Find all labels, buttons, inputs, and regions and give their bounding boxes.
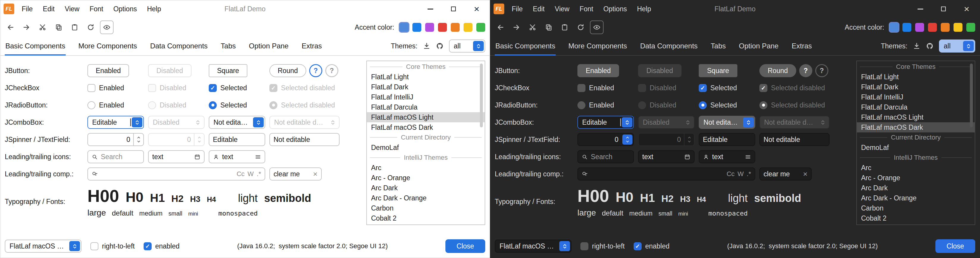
accent-swatch-yellow[interactable]	[463, 23, 473, 32]
accent-swatch-red[interactable]	[438, 23, 447, 32]
spinner-updown-icon[interactable]	[622, 135, 632, 145]
accent-swatch-default[interactable]	[889, 23, 899, 32]
forward-button[interactable]	[510, 21, 523, 34]
close-window-button[interactable]: ×	[955, 0, 978, 18]
menu-icon[interactable]	[745, 154, 751, 160]
calendar-icon[interactable]	[194, 154, 200, 160]
checkbox-selected[interactable]: Selected	[209, 84, 247, 92]
tab-more-components[interactable]: More Components	[78, 36, 137, 55]
accent-swatch-red[interactable]	[928, 23, 937, 32]
minimize-button[interactable]	[418, 0, 442, 18]
search-dropdown-icon[interactable]	[92, 171, 98, 177]
github-button[interactable]	[926, 42, 934, 50]
theme-item[interactable]: Cobalt 2	[367, 213, 485, 223]
enabled-button[interactable]: Enabled	[88, 64, 129, 77]
paste-button[interactable]	[558, 21, 571, 34]
menu-options[interactable]: Options	[108, 0, 142, 18]
accent-swatch-green[interactable]	[476, 23, 485, 32]
textfield-editable[interactable]: Editable	[699, 133, 755, 146]
search-field[interactable]: Search	[88, 150, 144, 163]
tab-tabs[interactable]: Tabs	[710, 36, 726, 55]
theme-item[interactable]: FlatLaf Darcula	[857, 102, 975, 112]
themes-filter-combo[interactable]: all	[939, 40, 975, 52]
menu-help[interactable]: Help	[142, 0, 166, 18]
accent-swatch-blue[interactable]	[412, 23, 421, 32]
back-button[interactable]	[3, 21, 17, 34]
accent-swatch-orange[interactable]	[941, 23, 950, 32]
accent-swatch-purple[interactable]	[915, 23, 924, 32]
theme-item[interactable]: Carbon	[367, 203, 485, 213]
minimize-button[interactable]	[908, 0, 932, 18]
theme-item[interactable]: FlatLaf macOS Light	[367, 112, 485, 122]
theme-item[interactable]: Arc Dark - Orange	[857, 193, 975, 203]
enabled-button[interactable]: Enabled	[578, 64, 619, 77]
checkbox-enabled[interactable]: Enabled	[88, 84, 124, 92]
cut-button[interactable]	[36, 21, 49, 34]
theme-item[interactable]: Arc Dark	[367, 183, 485, 193]
menu-options[interactable]: Options	[598, 0, 632, 18]
menu-font[interactable]: Font	[574, 0, 598, 18]
theme-item[interactable]: FlatLaf macOS Dark	[367, 122, 485, 132]
close-window-button[interactable]: ×	[465, 0, 488, 18]
theme-item[interactable]: FlatLaf macOS Dark	[857, 122, 975, 132]
tab-basic-components[interactable]: Basic Components	[5, 36, 66, 55]
spinner-enabled[interactable]: 0	[578, 133, 634, 146]
tab-extras[interactable]: Extras	[301, 36, 322, 55]
theme-item[interactable]: FlatLaf Darcula	[367, 102, 485, 112]
help-button-secondary[interactable]: ?	[325, 64, 338, 77]
menu-view[interactable]: View	[550, 0, 574, 18]
theme-item[interactable]: FlatLaf Light	[367, 72, 485, 82]
theme-item[interactable]: FlatLaf Light	[857, 72, 975, 82]
menu-edit[interactable]: Edit	[528, 0, 550, 18]
theme-item[interactable]: DemoLaf	[367, 142, 485, 153]
date-field[interactable]: text	[148, 150, 205, 163]
right-to-left-checkbox[interactable]: right-to-left	[91, 242, 135, 250]
theme-item[interactable]: FlatLaf Dark	[857, 82, 975, 92]
cut-button[interactable]	[526, 21, 539, 34]
tab-option-pane[interactable]: Option Pane	[248, 36, 289, 55]
round-button[interactable]: Round	[759, 64, 796, 77]
copy-button[interactable]	[52, 21, 65, 34]
radio-enabled[interactable]: Enabled	[88, 101, 124, 109]
square-button[interactable]: Square	[699, 64, 737, 77]
menu-file[interactable]: File	[507, 0, 528, 18]
themes-scrollbar[interactable]	[970, 63, 973, 127]
accent-swatch-default[interactable]	[399, 23, 409, 32]
user-field[interactable]: text	[209, 150, 265, 163]
laf-combo[interactable]: FlatLaf macOS Li...	[5, 240, 81, 253]
search-field[interactable]: Search	[578, 150, 634, 163]
tab-data-components[interactable]: Data Components	[150, 36, 208, 55]
back-button[interactable]	[493, 21, 507, 34]
combo-editable[interactable]: Editable	[578, 116, 634, 129]
round-button[interactable]: Round	[269, 64, 306, 77]
clear-icon[interactable]: ×	[313, 170, 318, 178]
search-with-options-field[interactable]: Cc W .*	[88, 168, 265, 180]
theme-item[interactable]: FlatLaf Dark	[367, 82, 485, 92]
combo-editable[interactable]: Editable	[88, 116, 144, 129]
help-button-secondary[interactable]: ?	[815, 64, 828, 77]
theme-item[interactable]: FlatLaf macOS Light	[857, 112, 975, 122]
menu-icon[interactable]	[255, 154, 261, 160]
forward-button[interactable]	[20, 21, 33, 34]
help-button-primary[interactable]: ?	[799, 64, 812, 77]
theme-item[interactable]: Cobalt 2	[857, 213, 975, 223]
show-hidden-toggle[interactable]	[590, 21, 604, 34]
theme-item[interactable]: Arc Dark	[857, 183, 975, 193]
menu-font[interactable]: Font	[84, 0, 108, 18]
checkbox-selected[interactable]: Selected	[699, 84, 737, 92]
accent-swatch-orange[interactable]	[451, 23, 460, 32]
square-button[interactable]: Square	[209, 64, 247, 77]
theme-item[interactable]: FlatLaf IntelliJ	[857, 92, 975, 102]
user-field[interactable]: text	[699, 150, 755, 163]
tab-extras[interactable]: Extras	[791, 36, 812, 55]
maximize-button[interactable]	[442, 0, 465, 18]
clear-icon[interactable]: ×	[803, 170, 808, 178]
tab-option-pane[interactable]: Option Pane	[738, 36, 779, 55]
radio-selected[interactable]: Selected	[209, 101, 247, 109]
theme-item[interactable]: Arc	[857, 163, 975, 173]
regex-toggle[interactable]: .*	[746, 170, 751, 178]
menu-edit[interactable]: Edit	[38, 0, 60, 18]
accent-swatch-yellow[interactable]	[953, 23, 963, 32]
theme-item[interactable]: Arc - Orange	[857, 173, 975, 183]
copy-button[interactable]	[542, 21, 555, 34]
